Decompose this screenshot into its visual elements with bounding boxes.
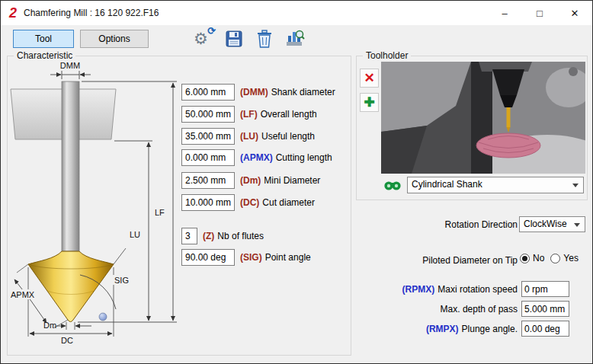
field-row-point-angle: (SIG)Point angle <box>181 249 311 266</box>
lf-dimension-label: LF <box>155 208 165 217</box>
tab-options[interactable]: Options <box>80 30 149 48</box>
nb-flutes-input[interactable] <box>181 228 197 244</box>
field-text-cut-diameter: Cut diameter <box>262 197 315 208</box>
field-code-sig: (SIG) <box>240 252 262 263</box>
close-button[interactable]: ✕ <box>557 1 592 25</box>
rotation-direction-value: ClockWise <box>524 219 567 229</box>
save-button[interactable] <box>223 28 245 49</box>
app-logo: 2 <box>9 6 17 20</box>
delete-x-icon: ✕ <box>364 70 374 86</box>
field-code-lu: (LU) <box>240 131 258 142</box>
mini-diameter-input[interactable] <box>181 172 235 189</box>
field-code-dc: (DC) <box>240 197 259 208</box>
max-depth-of-pass-input[interactable] <box>521 301 569 317</box>
piloted-yes-label: Yes <box>563 253 579 263</box>
characteristic-group-label: Characteristic <box>14 50 75 61</box>
tool-editor-window: 2 Chamfering Mill : 16 120 922.F16 – □ ✕… <box>0 0 593 364</box>
plunge-angle-label: (RMPX)Plunge angle. <box>329 324 518 334</box>
dmm-dimension-label: DMM <box>60 61 80 70</box>
delete-button[interactable] <box>253 28 276 49</box>
minimize-button[interactable]: – <box>487 1 522 25</box>
chevron-down-icon <box>572 184 579 187</box>
tip-ball-marker <box>99 313 107 321</box>
tool-cutting-cone <box>28 251 114 322</box>
lu-dimension-label: LU <box>130 230 140 239</box>
toolholder-group: Toolholder ✕ ✚ <box>356 56 588 200</box>
piloted-no-radio[interactable] <box>520 254 530 263</box>
field-code-lf: (LF) <box>240 109 258 120</box>
cutting-length-input[interactable] <box>181 149 235 166</box>
maximize-button[interactable]: □ <box>522 1 557 25</box>
shank-type-value: Cylindrical Shank <box>412 179 482 190</box>
tab-tool[interactable]: Tool <box>13 30 74 48</box>
toolholder-preview-image <box>381 62 585 174</box>
dc-dimension-label: DC <box>61 336 73 345</box>
add-plus-icon: ✚ <box>364 94 374 110</box>
overall-length-input[interactable] <box>181 106 235 123</box>
apmx-dimension-label: APMX <box>11 290 35 299</box>
maxi-rotation-speed-input[interactable] <box>521 281 569 297</box>
save-icon <box>225 30 243 48</box>
tool-shank <box>62 81 79 251</box>
piloted-no-label: No <box>533 253 544 263</box>
stats-button[interactable] <box>284 28 306 49</box>
maxi-rotation-speed-label: (RPMX)Maxi rotation speed <box>329 284 518 295</box>
max-depth-of-pass-label: Max. depth of pass <box>329 304 518 315</box>
field-row-overall-length: (LF)Overall length <box>181 106 317 123</box>
rotation-direction-select[interactable]: ClockWise <box>519 216 585 232</box>
field-text-mini-diameter: Mini Diameter <box>264 175 320 186</box>
field-code-z: (Z) <box>203 231 214 241</box>
plunge-angle-input[interactable] <box>521 321 569 337</box>
add-toolholder-button[interactable]: ✚ <box>360 93 379 112</box>
piloted-diameter-label: Piloted Diameter on Tip <box>329 255 518 266</box>
piloted-yes-radio[interactable] <box>550 254 560 263</box>
titlebar: 2 Chamfering Mill : 16 120 922.F16 – □ ✕ <box>1 1 592 25</box>
point-angle-input[interactable] <box>181 249 235 266</box>
field-text-point-angle: Point angle <box>265 252 311 263</box>
shank-diameter-input[interactable] <box>181 84 235 101</box>
browse-toolholder-icon[interactable] <box>383 178 402 192</box>
field-text-useful-length: Useful length <box>261 131 315 142</box>
field-code-dm: (Dm) <box>240 175 261 186</box>
rpmx-code: (RPMX) <box>402 284 435 295</box>
process-icon: ⚙ ⟳ <box>193 29 213 49</box>
remove-toolholder-button[interactable]: ✕ <box>360 69 379 88</box>
useful-length-input[interactable] <box>181 128 235 145</box>
tool-diagram: DMM LF LU APMX SI <box>8 61 183 354</box>
chevron-down-icon <box>574 223 580 227</box>
dm-dimension-label: Dm <box>43 321 56 330</box>
field-code-apmx: (APMX) <box>240 152 273 163</box>
field-row-cutting-length: (APMX)Cutting length <box>181 149 332 166</box>
characteristic-group: Characteristic <box>7 56 351 356</box>
process-icon-button[interactable]: ⚙ ⟳ <box>191 28 214 49</box>
field-text-overall-length: Overall length <box>261 109 317 120</box>
field-text-cutting-length: Cutting length <box>276 152 332 163</box>
field-row-cut-diameter: (DC)Cut diameter <box>181 194 315 211</box>
field-text-shank-diameter: Shank diameter <box>271 87 335 97</box>
field-text-nb-flutes: Nb of flutes <box>217 231 264 241</box>
window-controls: – □ ✕ <box>487 1 592 25</box>
window-title: Chamfering Mill : 16 120 922.F16 <box>24 8 159 18</box>
rotation-direction-label: Rotation Direction <box>329 219 518 230</box>
trash-icon <box>256 30 273 49</box>
field-row-mini-diameter: (Dm)Mini Diameter <box>181 172 320 189</box>
toolholder-group-label: Toolholder <box>363 50 411 61</box>
sig-angle-label: SIG <box>114 276 129 285</box>
stats-icon <box>285 29 305 49</box>
field-row-shank-diameter: (DMM)Shank diameter <box>181 84 335 101</box>
rmpx-code: (RMPX) <box>426 324 459 334</box>
field-row-nb-flutes: (Z)Nb of flutes <box>181 228 264 244</box>
cut-diameter-input[interactable] <box>181 194 235 211</box>
shank-type-select[interactable]: Cylindrical Shank <box>407 177 584 193</box>
field-code-dmm: (DMM) <box>240 87 268 97</box>
piloted-diameter-radio-group: No Yes <box>520 253 585 263</box>
field-row-useful-length: (LU)Useful length <box>181 128 315 145</box>
